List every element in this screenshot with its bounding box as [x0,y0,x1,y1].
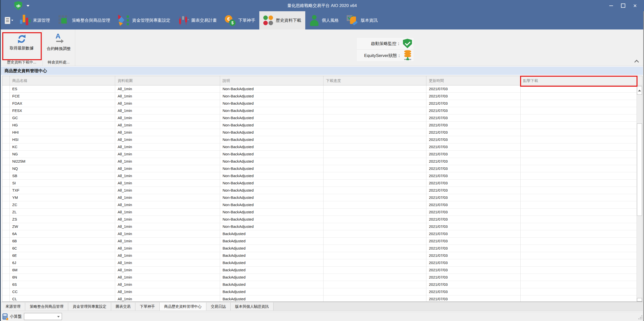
row-selector-cell[interactable] [2,151,10,158]
strategy-monitor-toggle[interactable]: 啟動策略監控： [356,38,414,50]
row-selector-cell[interactable] [2,129,10,136]
table-row[interactable]: 6E All_1min BackAdjusted 2021/07/03 [2,252,637,259]
row-selector-cell[interactable] [2,114,10,122]
fetch-latest-data-button[interactable]: 取得最新數據 [8,32,35,53]
table-row[interactable]: SB All_1min Non-BackAdjusted 2021/07/03 [2,172,637,180]
scroll-up-button[interactable] [637,86,642,95]
table-row[interactable]: SI All_1min Non-BackAdjusted 2021/07/03 [2,180,637,187]
row-selector-cell[interactable] [2,238,10,245]
minimize-button[interactable] [605,0,617,11]
tab-source-management[interactable]: 來源管理 [16,11,54,30]
tab-version-info[interactable]: 版本資訊 [343,11,382,30]
bottom-tab-version-verification[interactable]: 版本與個人驗證資訊 [230,302,274,310]
row-selector-cell[interactable] [2,208,10,216]
vertical-scrollbar[interactable] [636,86,642,302]
cell-click-download[interactable] [520,296,637,302]
header-click-download[interactable]: 點擊下載 [520,76,642,85]
cell-click-download[interactable] [520,114,637,122]
table-row[interactable]: CL All_1min BackAdjusted 2021/07/03 [2,296,637,302]
cell-click-download[interactable] [520,230,637,238]
bottom-tab-order-master[interactable]: 下單神手 [136,302,160,310]
quick-access-chevron-down-icon[interactable] [26,5,30,7]
table-row[interactable]: FDAX All_1min Non-BackAdjusted 2021/07/0… [2,100,637,107]
cell-click-download[interactable] [520,151,637,158]
cell-click-download[interactable] [520,238,637,245]
header-description[interactable]: 說明 [220,76,324,85]
header-update-time[interactable]: 更新時間 [426,76,520,85]
cell-click-download[interactable] [520,223,637,230]
table-row[interactable]: FCE All_1min Non-BackAdjusted 2021/07/03 [2,93,637,100]
tab-fund-project-settings[interactable]: 資金管理與專案設定 [114,11,174,30]
row-selector-cell[interactable] [2,216,10,223]
bottom-tab-trading-journal[interactable]: 交易日誌 [206,302,230,310]
header-download-progress[interactable]: 下載進度 [324,76,426,85]
table-row[interactable]: TXF All_1min Non-BackAdjusted 2021/07/03 [2,187,637,194]
contract-conversion-button[interactable]: A 合約轉換調整 [45,32,72,54]
row-selector-cell[interactable] [2,136,10,144]
cell-click-download[interactable] [520,136,637,144]
row-selector-cell[interactable] [2,93,10,100]
row-selector-cell[interactable] [2,187,10,194]
calculator-icon[interactable] [2,314,8,320]
table-row[interactable]: 6A All_1min BackAdjusted 2021/07/03 [2,230,637,238]
cell-click-download[interactable] [520,107,637,114]
file-menu-button[interactable] [2,11,16,30]
table-row[interactable]: ZC All_1min Non-BackAdjusted 2021/07/03 [2,201,637,208]
table-row[interactable]: 6S All_1min BackAdjusted 2021/07/03 [2,281,637,288]
equity-server-status[interactable]: EquityServer狀態： [356,50,414,62]
table-row[interactable]: NQ All_1min Non-BackAdjusted 2021/07/03 [2,165,637,172]
cell-click-download[interactable] [520,245,637,252]
row-selector-cell[interactable] [2,201,10,208]
table-row[interactable]: 6B All_1min BackAdjusted 2021/07/03 [2,238,637,245]
cell-click-download[interactable] [520,93,637,100]
table-row[interactable]: CC All_1min BackAdjusted 2021/07/03 [2,288,637,296]
close-button[interactable]: × [629,0,641,11]
cell-click-download[interactable] [520,158,637,165]
header-product-name[interactable]: 商品名稱 [10,76,115,85]
row-selector-cell[interactable] [2,144,10,151]
table-row[interactable]: ZS All_1min Non-BackAdjusted 2021/07/03 [2,216,637,223]
table-row[interactable]: YM All_1min Non-BackAdjusted 2021/07/03 [2,194,637,201]
tab-personal-style[interactable]: 個人風格 [305,11,343,30]
table-row[interactable]: ES All_1min Non-BackAdjusted 2021/07/03 [2,86,637,93]
table-row[interactable]: ZW All_1min Non-BackAdjusted 2021/07/03 [2,223,637,230]
table-row[interactable]: HHI All_1min Non-BackAdjusted 2021/07/03 [2,129,637,136]
tab-historical-data-download[interactable]: 歷史資料下載 [259,11,305,30]
table-row[interactable]: 6J All_1min BackAdjusted 2021/07/03 [2,259,637,266]
row-selector-cell[interactable] [2,245,10,252]
row-selector-cell[interactable] [2,274,10,281]
row-selector-cell[interactable] [2,100,10,107]
tab-chart-trading-plan[interactable]: 圖表交易計畫 [174,11,221,30]
cell-click-download[interactable] [520,216,637,223]
cell-click-download[interactable] [520,144,637,151]
bottom-tab-fund-project[interactable]: 資金管理與專案設定 [68,302,111,310]
table-row[interactable]: GC All_1min Non-BackAdjusted 2021/07/03 [2,114,637,122]
cell-click-download[interactable] [520,274,637,281]
cell-click-download[interactable] [520,252,637,259]
row-selector-cell[interactable] [2,122,10,129]
table-row[interactable]: 6N All_1min BackAdjusted 2021/07/03 [2,274,637,281]
cell-click-download[interactable] [520,266,637,274]
scrollbar-thumb[interactable] [637,124,642,216]
bottom-tab-source-management[interactable]: 來源管理 [1,302,25,310]
cell-click-download[interactable] [520,129,637,136]
cell-click-download[interactable] [520,201,637,208]
row-selector-cell[interactable] [2,172,10,180]
table-row[interactable]: HSI All_1min Non-BackAdjusted 2021/07/03 [2,136,637,144]
bottom-tab-chart-trading[interactable]: 圖表交易 [111,302,136,310]
row-selector-cell[interactable] [2,107,10,114]
row-selector-cell[interactable] [2,259,10,266]
cell-click-download[interactable] [520,86,637,93]
row-selector-cell[interactable] [2,266,10,274]
cell-click-download[interactable] [520,208,637,216]
app-logo-shield-icon[interactable]: qb [14,1,22,10]
row-selector-cell[interactable] [2,158,10,165]
maximize-button[interactable] [617,0,629,11]
row-selector-cell[interactable] [2,288,10,296]
resize-grip[interactable] [638,316,643,320]
header-data-range[interactable]: 資料範圍 [115,76,220,85]
cell-click-download[interactable] [520,281,637,288]
table-row[interactable]: NI225M All_1min Non-BackAdjusted 2021/07… [2,158,637,165]
table-row[interactable]: 6M All_1min BackAdjusted 2021/07/03 [2,266,637,274]
row-selector-cell[interactable] [2,281,10,288]
